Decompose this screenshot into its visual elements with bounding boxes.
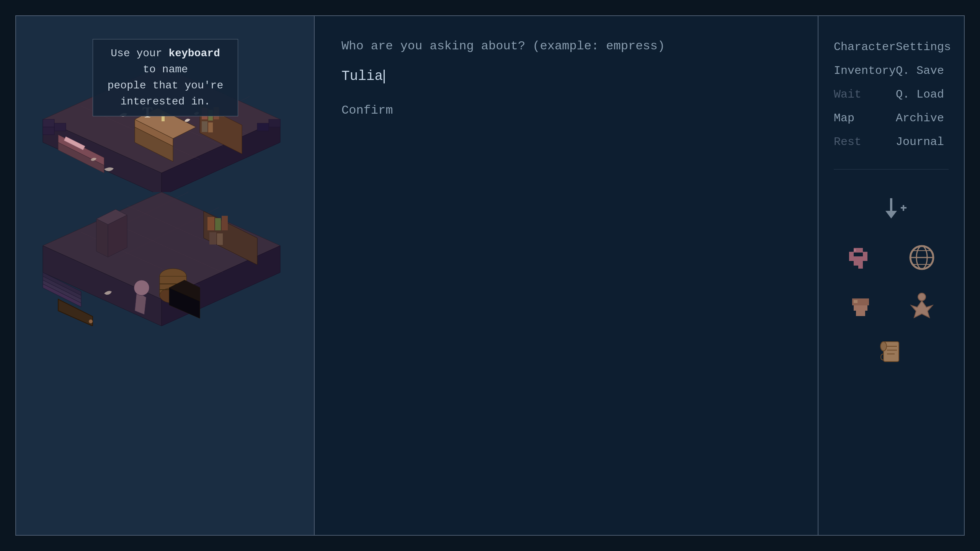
- svg-point-89: [880, 342, 887, 351]
- svg-marker-87: [911, 301, 933, 318]
- svg-rect-49: [217, 233, 223, 245]
- svg-rect-71: [858, 256, 863, 261]
- menu-item-rest: Rest: [834, 130, 896, 154]
- input-display: Tulia: [341, 68, 791, 84]
- svg-marker-42: [96, 219, 108, 257]
- arrow-cursor-icon: [874, 189, 908, 227]
- svg-marker-62: [885, 211, 897, 218]
- svg-rect-12: [269, 119, 280, 127]
- svg-rect-72: [863, 256, 867, 261]
- left-panel: Use your keyboard to name people that yo…: [16, 16, 315, 535]
- menu-item-inventory[interactable]: Inventory: [834, 59, 896, 83]
- svg-rect-83: [854, 305, 867, 311]
- svg-rect-73: [854, 261, 858, 266]
- globe-icon: [906, 242, 937, 275]
- scroll-icon: [878, 338, 905, 367]
- tooltip-text: Use your keyboard to name people that yo…: [108, 47, 223, 108]
- svg-rect-11: [43, 127, 54, 135]
- svg-rect-46: [215, 218, 221, 230]
- menu-item-map[interactable]: Map: [834, 106, 896, 130]
- svg-rect-10: [54, 123, 66, 131]
- menu-grid: Character Settings Inventory Q. Save Wai…: [834, 35, 949, 154]
- svg-rect-45: [207, 217, 214, 230]
- svg-rect-68: [863, 252, 867, 256]
- menu-item-settings[interactable]: Settings: [896, 35, 951, 59]
- svg-rect-67: [858, 248, 863, 253]
- icon-row-1: [845, 242, 937, 275]
- svg-rect-9: [43, 119, 54, 127]
- text-cursor: [384, 70, 385, 83]
- confirm-button[interactable]: Confirm: [341, 103, 791, 117]
- tooltip-keyword: keyboard: [168, 47, 220, 59]
- svg-rect-76: [854, 249, 856, 251]
- svg-rect-47: [222, 216, 228, 230]
- mushroom-icon: [845, 290, 876, 323]
- svg-rect-65: [849, 252, 854, 256]
- svg-rect-13: [257, 123, 269, 131]
- center-panel: Who are you asking about? (example: empr…: [315, 16, 818, 535]
- svg-rect-70: [854, 256, 858, 261]
- icon-row-2: [845, 290, 937, 323]
- tooltip-box: Use your keyboard to name people that yo…: [93, 39, 238, 116]
- menu-item-qsave[interactable]: Q. Save: [896, 59, 951, 83]
- menu-item-qload[interactable]: Q. Load: [896, 83, 951, 106]
- svg-point-56: [89, 320, 93, 323]
- svg-rect-48: [209, 232, 216, 245]
- icon-area: [834, 189, 949, 367]
- menu-item-archive[interactable]: Archive: [896, 106, 951, 130]
- iso-room-bottom: [28, 181, 296, 326]
- main-window: Use your keyboard to name people that yo…: [15, 15, 965, 536]
- question-text: Who are you asking about? (example: empr…: [341, 39, 791, 53]
- svg-rect-75: [858, 266, 863, 269]
- star-person-icon: [906, 290, 937, 323]
- input-value: Tulia: [341, 68, 383, 84]
- right-panel: Character Settings Inventory Q. Save Wai…: [818, 16, 964, 535]
- svg-point-60: [134, 280, 149, 295]
- svg-rect-85: [854, 300, 858, 303]
- svg-rect-27: [208, 122, 213, 132]
- heart-icon: [845, 242, 876, 275]
- menu-item-character[interactable]: Character: [834, 35, 896, 59]
- menu-item-journal[interactable]: Journal: [896, 130, 951, 154]
- app: Use your keyboard to name people that yo…: [0, 0, 980, 551]
- menu-item-wait: Wait: [834, 83, 896, 106]
- menu-divider: [834, 169, 949, 170]
- svg-rect-26: [202, 121, 207, 132]
- svg-rect-74: [858, 261, 863, 266]
- svg-rect-69: [849, 256, 854, 261]
- svg-point-86: [918, 293, 926, 301]
